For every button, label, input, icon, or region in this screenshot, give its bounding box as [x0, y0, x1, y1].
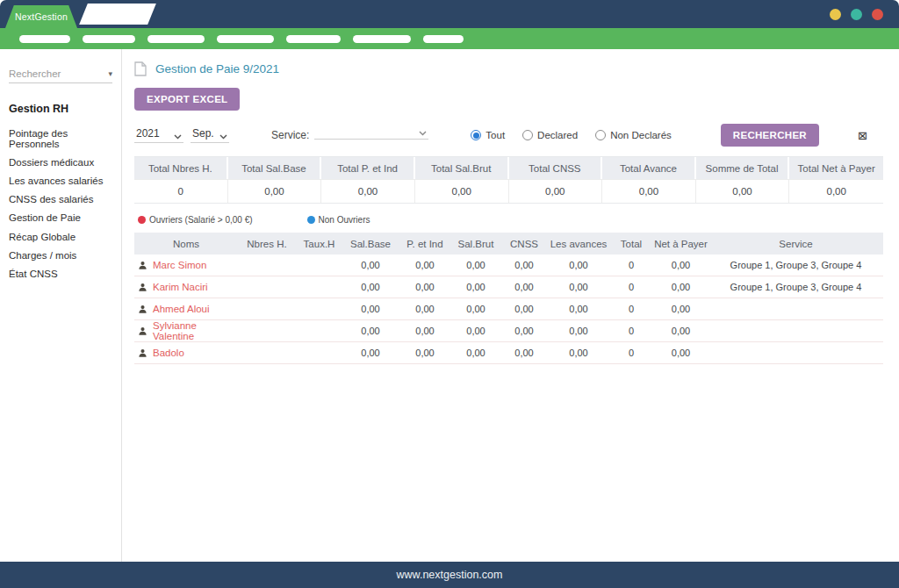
- cell-net: 0,00: [653, 304, 708, 314]
- service-select[interactable]: [314, 131, 428, 140]
- cell-p-et-ind: 0,00: [399, 260, 451, 270]
- col-header-noms: Noms: [134, 239, 238, 249]
- rechercher-button[interactable]: RECHERCHER: [721, 124, 819, 147]
- radio-non-declares-label: Non Declarés: [610, 130, 672, 140]
- declaration-radio-group: Tout Declared Non Declarés: [471, 130, 671, 140]
- cell-sal-base: 0,00: [342, 304, 399, 314]
- cell-sal-brut: 0,00: [451, 326, 500, 336]
- legend: Ouvriers (Salarié > 0,00 €) Non Ouvriers: [134, 215, 883, 225]
- totals-value: 0: [134, 179, 228, 203]
- col-header-taux-h: Taux.H: [296, 239, 342, 249]
- window-titlebar: NextGestion: [0, 0, 899, 28]
- cell-sal-brut: 0,00: [451, 282, 500, 292]
- radio-declared[interactable]: Declared: [522, 130, 578, 140]
- search-input[interactable]: [9, 68, 108, 79]
- cell-sal-brut: 0,00: [451, 260, 500, 270]
- brand-tab[interactable]: NextGestion: [5, 5, 77, 28]
- cell-total: 0: [609, 304, 653, 314]
- nav-pill[interactable]: [353, 35, 411, 43]
- totals-table: Total Nbres H. Total Sal.Base Total P. e…: [134, 156, 883, 204]
- main-panel: Gestion de Paie 9/2021 EXPORT EXCEL 2021…: [122, 49, 899, 562]
- employee-name[interactable]: Karim Naciri: [153, 282, 208, 292]
- employee-name[interactable]: Badolo: [153, 348, 184, 358]
- cell-total: 0: [609, 282, 653, 292]
- col-header-p-et-ind: P. et Ind: [399, 239, 451, 249]
- radio-unselected-icon: [522, 130, 533, 140]
- cell-sal-brut: 0,00: [451, 304, 500, 314]
- sidebar-item-charges[interactable]: Charges / mois: [9, 246, 112, 264]
- nav-pill[interactable]: [286, 35, 341, 43]
- nav-pill[interactable]: [147, 35, 205, 43]
- blue-dot-icon: [307, 216, 315, 224]
- year-select[interactable]: 2021: [134, 127, 183, 143]
- table-row: Marc Simon 0,00 0,00 0,00 0,00 0,00 0 0,…: [134, 255, 883, 276]
- sidebar: ▾ Gestion RH Pointage des Personnels Dos…: [0, 49, 122, 562]
- employee-name[interactable]: Ahmed Aloui: [153, 304, 210, 314]
- table-row: Ahmed Aloui 0,00 0,00 0,00 0,00 0,00 0 0…: [134, 298, 883, 320]
- nav-pill[interactable]: [423, 35, 464, 43]
- totals-header: Total Nbres H.: [134, 157, 228, 179]
- tab-placeholder[interactable]: [79, 4, 156, 25]
- employee-name[interactable]: Sylvianne Valentine: [153, 320, 238, 341]
- legend-non-ouvriers: Non Ouvriers: [307, 215, 370, 225]
- sidebar-item-pointage[interactable]: Pointage des Personnels: [9, 124, 112, 153]
- col-header-sal-brut: Sal.Brut: [451, 239, 500, 249]
- chevron-down-icon: [419, 131, 427, 136]
- table-row: Sylvianne Valentine 0,00 0,00 0,00 0,00 …: [134, 320, 883, 342]
- cell-cnss: 0,00: [500, 326, 548, 336]
- sidebar-item-avances[interactable]: Les avances salariés: [9, 171, 112, 190]
- user-icon: [138, 283, 147, 292]
- totals-value: 0,00: [321, 179, 415, 203]
- nav-pill[interactable]: [83, 35, 135, 43]
- user-icon: [138, 261, 147, 270]
- col-header-net: Net à Payer: [653, 239, 708, 249]
- sidebar-search[interactable]: ▾: [9, 68, 112, 83]
- radio-selected-icon: [471, 130, 481, 140]
- sidebar-item-etat-cnss[interactable]: État CNSS: [9, 264, 112, 283]
- window-dot-red[interactable]: [872, 9, 883, 20]
- cell-total: 0: [609, 326, 653, 336]
- totals-header: Total Sal.Brut: [415, 157, 509, 179]
- year-value: 2021: [136, 127, 160, 140]
- nav-pill[interactable]: [19, 35, 70, 43]
- export-excel-button[interactable]: EXPORT EXCEL: [134, 88, 240, 111]
- user-icon: [138, 326, 147, 336]
- page-title[interactable]: Gestion de Paie 9/2021: [155, 62, 279, 75]
- page-icon: [134, 61, 147, 76]
- cell-net: 0,00: [653, 348, 708, 358]
- nav-pill[interactable]: [217, 35, 274, 43]
- cell-p-et-ind: 0,00: [399, 326, 451, 336]
- cell-avances: 0,00: [548, 326, 609, 336]
- cell-cnss: 0,00: [500, 260, 548, 270]
- sidebar-item-gestion-paie[interactable]: Gestion de Paie: [9, 209, 112, 227]
- service-label: Service:: [271, 129, 309, 141]
- chevron-down-icon: [174, 134, 182, 140]
- totals-header: Total Avance: [602, 157, 696, 179]
- sidebar-item-dossiers[interactable]: Dossiers médicaux: [9, 153, 112, 171]
- cell-service: Groupe 1, Groupe 3, Groupe 4: [708, 260, 883, 270]
- cell-sal-base: 0,00: [342, 260, 399, 270]
- window-dot-teal[interactable]: [851, 9, 862, 20]
- cell-sal-brut: 0,00: [451, 348, 500, 358]
- month-value: Sep.: [192, 127, 214, 140]
- table-row: Badolo 0,00 0,00 0,00 0,00 0,00 0 0,00: [134, 342, 883, 364]
- employee-name[interactable]: Marc Simon: [153, 260, 206, 270]
- col-header-avances: Les avances: [548, 239, 609, 249]
- sidebar-item-cnss-salaries[interactable]: CNSS des salariés: [9, 190, 112, 209]
- broken-image-icon[interactable]: ⊠: [858, 129, 867, 142]
- month-select[interactable]: Sep.: [191, 127, 229, 143]
- payroll-header-row: Noms Nbres H. Taux.H Sal.Base P. et Ind …: [134, 233, 883, 255]
- col-header-sal-base: Sal.Base: [342, 239, 399, 249]
- cell-cnss: 0,00: [500, 282, 548, 292]
- cell-cnss: 0,00: [500, 304, 548, 314]
- radio-non-declares[interactable]: Non Declarés: [595, 130, 672, 140]
- radio-tout[interactable]: Tout: [471, 130, 505, 140]
- totals-header: Total P. et Ind: [321, 157, 415, 179]
- sidebar-item-recap[interactable]: Récap Globale: [9, 227, 112, 246]
- cell-total: 0: [609, 348, 653, 358]
- cell-avances: 0,00: [548, 282, 609, 292]
- legend-ouvriers-label: Ouvriers (Salarié > 0,00 €): [149, 215, 253, 225]
- cell-p-et-ind: 0,00: [399, 348, 451, 358]
- window-dot-yellow[interactable]: [830, 9, 841, 20]
- totals-value: 0,00: [228, 179, 322, 203]
